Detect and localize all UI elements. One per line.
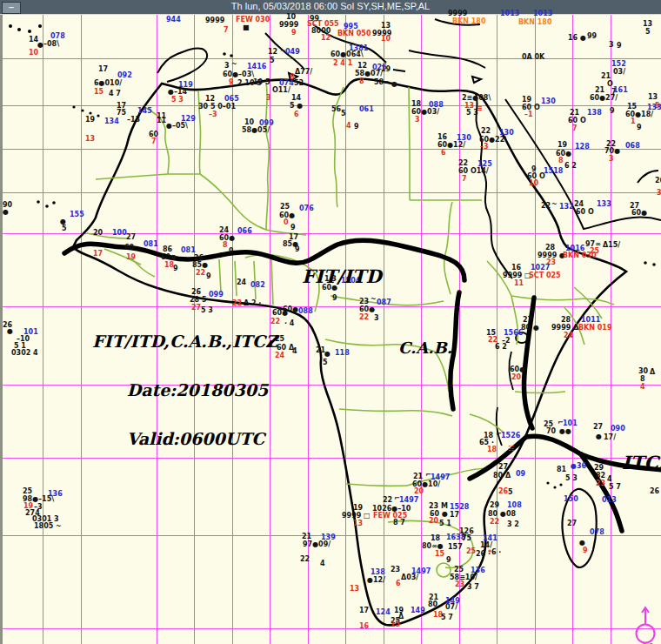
station-value: 15 [391,621,400,628]
station-value: 9999 [448,10,467,17]
station-value: 27 [567,520,577,527]
station-value: 9 [206,273,211,280]
station-value: 9 [610,108,615,115]
station-value: 9999 [279,22,298,29]
itcz-label: ITCZ [622,452,661,473]
station-value: 19 [558,142,567,149]
station-value: Δ15/ [603,242,620,249]
station-value: 27 [498,464,508,471]
station-value: FEW 030 [236,17,270,23]
station-value: 25 [466,548,476,555]
station-value: 17 [93,251,103,258]
station-value: 25 [280,204,290,211]
station-value: 17 [450,512,459,519]
station-value: 5 ● [290,103,303,110]
station-value: 19 [522,97,531,104]
station-value: ●36 [571,463,586,470]
station-value: ~ [231,61,237,68]
station-value: 09 [516,471,525,478]
station-value: 8 7 [393,520,405,527]
station-value: BKN 180 [518,19,551,26]
station-value: –3 [209,111,217,118]
station-value: 5 [323,359,328,366]
station-value: 11 [514,280,524,287]
station-value: 1526 [501,433,520,439]
station-value: 19 [353,505,363,512]
station-value: 13 [381,23,391,30]
station-value: 118 [335,350,350,357]
station-value: 19 [85,117,95,124]
station-value: 087 [377,299,391,306]
station-value: 21 [570,110,579,117]
station-value: 56 [331,106,341,113]
station-value: 60● [359,306,375,313]
station-value: 23 M [429,503,448,510]
station-value: 8 [558,158,564,164]
station-value: 13 [643,21,652,28]
station-value: 18 [431,535,440,542]
station-value: –08\ [43,41,59,48]
station-value: 065 [224,96,239,103]
station-value: 22 [490,519,499,526]
station-value: 28 5 [190,297,206,304]
station-value: 13 [85,136,95,143]
station-value: 24 [237,279,246,286]
station-value: 60● [631,210,647,217]
station-value: 9 [637,124,642,131]
station-value: 25 [23,488,32,495]
station-value: 23 [455,581,464,588]
station-value: 5 [645,29,651,36]
fit-itd-label: FIT/ITD [302,265,382,287]
station-value: 066 [237,228,252,235]
station-value: 20 [511,374,521,381]
station-value: 078 [50,33,65,40]
station-value: ●12/ [367,577,385,584]
station-value: 099 [209,292,224,299]
map-canvas[interactable]: 14078–08\10●170926●010/154 7177514519134… [0,15,661,644]
station-value: 145 [137,108,152,115]
station-value: 1518 [544,168,563,175]
station-value: 10 [244,119,254,126]
station-value: 07/ [445,604,457,611]
station-value: 22 [383,497,392,504]
station-value: 21 [413,473,423,480]
station-value: 3 [415,117,420,124]
station-value: 03/ [613,69,625,76]
station-value: 3 2 [507,521,519,528]
station-value: 60● [283,306,298,313]
station-value: 70● [604,148,620,155]
station-value: BKN 180 [452,18,485,25]
station-value: 138 [371,569,385,576]
station-value: 24 [219,227,229,234]
station-value: 3 [657,190,661,197]
station-value: 19 [126,254,136,261]
station-value: 9999 Δ [551,325,578,332]
station-value: 5 7 [441,614,453,621]
station-value: 18 [411,101,421,108]
station-value: ● [596,433,602,440]
station-value: 078 [590,529,604,536]
window-title: Th lun, 05/03/2018 06:00 Sol SY,SH,ME,SP… [0,1,661,11]
station-value: 20 [429,518,438,525]
station-value: 4 [607,476,612,483]
station-value: 28 [561,317,571,324]
station-value: 10 [381,36,391,43]
station-value: BKN 050 [337,30,371,37]
station-value: 082 [250,282,265,289]
station-value: ~ [551,201,558,208]
station-value: 25 [590,248,599,255]
station-value: 23 [596,480,605,487]
station-value: 24 [574,201,584,208]
station-value: 7 [572,125,578,132]
station-value: 8 [223,242,228,249]
station-value: 1027 [531,265,550,272]
weather-app-window: — Th lun, 05/03/2018 06:00 Sol SY,SH,ME,… [0,0,661,644]
station-value: 157 [448,544,463,551]
station-value: 80 ● [521,325,539,332]
station-value: 6 [396,580,401,587]
station-value: 9999 □ [503,272,531,279]
station-value: Δ 2 · [244,300,261,307]
station-value: 60●18/ [625,111,653,118]
station-value: 58∞ [374,79,390,86]
station-value: 21 [601,73,611,80]
